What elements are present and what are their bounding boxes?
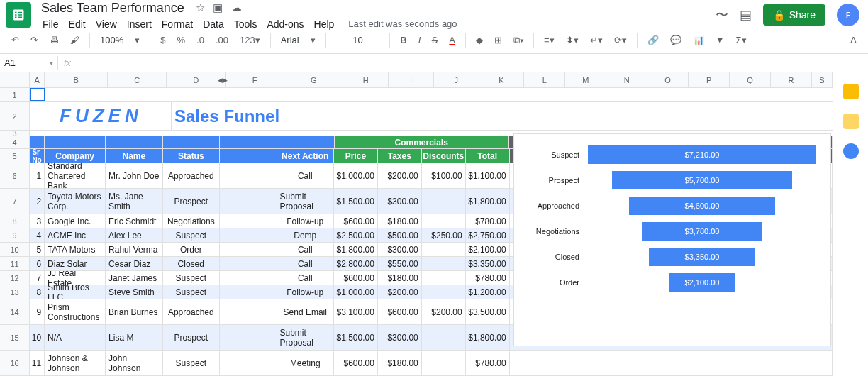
more-formats-button[interactable]: 123▾ <box>235 32 265 48</box>
cell[interactable]: $300.00 <box>378 189 422 214</box>
cell[interactable]: Mr. John Doe <box>106 163 162 188</box>
cell[interactable] <box>422 214 466 228</box>
halign-button[interactable]: ≡▾ <box>540 32 559 48</box>
cell[interactable]: Standard Chartered Bank <box>45 163 106 188</box>
star-icon[interactable]: ☆ <box>196 1 205 13</box>
cell[interactable]: Suspect <box>163 271 220 285</box>
italic-button[interactable]: I <box>414 32 425 48</box>
undo-button[interactable]: ↶ <box>7 32 23 48</box>
dec-increase-button[interactable]: .00 <box>211 32 233 48</box>
cell[interactable]: 6 <box>30 257 45 270</box>
sheets-logo-icon[interactable] <box>6 2 31 28</box>
cell[interactable]: Suspect <box>163 351 220 375</box>
cell[interactable] <box>220 351 277 375</box>
row-header[interactable]: 8 <box>0 214 30 228</box>
col-header[interactable]: S <box>812 72 833 87</box>
cell[interactable]: $600.00 <box>334 214 378 228</box>
spreadsheet-grid[interactable]: A B C D◀▶ F G H I J K L M N O P Q R S <box>0 72 833 391</box>
cell[interactable]: $1,500.00 <box>334 325 378 350</box>
cell[interactable]: 9 <box>30 299 45 324</box>
avatar[interactable]: F <box>837 4 859 26</box>
cell[interactable]: 2 <box>30 189 45 214</box>
cell[interactable]: $1,800.00 <box>466 325 510 350</box>
cell[interactable]: $550.00 <box>378 257 422 270</box>
cell[interactable]: Follow-up <box>277 285 334 299</box>
cell[interactable]: Call <box>277 271 334 285</box>
filter-button[interactable]: ▼ <box>711 32 729 48</box>
cell[interactable]: Demp <box>277 228 334 242</box>
cell[interactable]: Call <box>277 243 334 256</box>
cell[interactable]: $300.00 <box>378 325 422 350</box>
cell[interactable]: Call <box>277 163 334 188</box>
cell[interactable]: 8 <box>30 285 45 299</box>
cell[interactable] <box>422 257 466 270</box>
cell[interactable]: $500.00 <box>378 228 422 242</box>
row-header[interactable]: 4 <box>0 136 30 148</box>
col-header[interactable]: F <box>226 72 284 87</box>
cell[interactable]: Submit Proposal <box>277 325 334 350</box>
cell[interactable]: Suspect <box>163 228 220 242</box>
row-header[interactable]: 10 <box>0 243 30 256</box>
cell[interactable]: $3,350.00 <box>466 257 510 270</box>
row-header[interactable]: 1 <box>0 88 30 101</box>
cell[interactable] <box>220 228 277 242</box>
row-header[interactable]: 2 <box>0 102 30 130</box>
cell[interactable]: $100.00 <box>422 163 466 188</box>
row-header[interactable]: 12 <box>0 271 30 285</box>
cell[interactable]: Eric Schmidt <box>106 214 162 228</box>
cell[interactable]: Smith Bros LLC <box>45 285 106 299</box>
funnel-chart[interactable]: Suspect $7,210.00Prospect $5,700.00Appro… <box>513 133 831 346</box>
col-header[interactable]: R <box>771 72 812 87</box>
cell[interactable]: Approached <box>163 299 220 324</box>
cell[interactable]: $1,000.00 <box>334 163 378 188</box>
doc-title[interactable]: Sales Team Performance <box>38 0 187 17</box>
cell[interactable]: $2,100.00 <box>466 243 510 256</box>
cell[interactable]: Janet James <box>106 271 162 285</box>
redo-button[interactable]: ↷ <box>26 32 43 48</box>
cell[interactable]: JJ Real Estate <box>45 271 106 285</box>
cell[interactable]: $600.00 <box>334 351 378 375</box>
calendar-icon[interactable] <box>843 84 859 99</box>
cell[interactable] <box>422 285 466 299</box>
col-header[interactable]: N <box>606 72 647 87</box>
valign-button[interactable]: ⬍▾ <box>562 32 583 48</box>
trend-icon[interactable]: 〜 <box>716 6 728 23</box>
cell[interactable]: $2,750.00 <box>466 228 510 242</box>
formula-input[interactable] <box>77 54 868 72</box>
cell[interactable]: $180.00 <box>378 271 422 285</box>
col-header[interactable]: Q <box>730 72 771 87</box>
bold-button[interactable]: B <box>396 32 411 48</box>
rotate-button[interactable]: ⟳▾ <box>610 32 631 48</box>
cell[interactable] <box>220 271 277 285</box>
cell[interactable]: $180.00 <box>378 214 422 228</box>
cell[interactable]: Call <box>277 257 334 270</box>
row-header[interactable]: 13 <box>0 285 30 299</box>
cell[interactable]: $3,500.00 <box>466 299 510 324</box>
cell[interactable] <box>510 351 833 375</box>
cell[interactable] <box>220 299 277 324</box>
comment-icon[interactable]: ▤ <box>740 7 752 23</box>
cell[interactable]: Rahul Verma <box>106 243 162 256</box>
col-header[interactable]: I <box>389 72 434 87</box>
cell[interactable]: $1,800.00 <box>334 243 378 256</box>
cell[interactable]: $1,800.00 <box>466 189 510 214</box>
cell[interactable]: TATA Motors <box>45 243 106 256</box>
row-header[interactable]: 15 <box>0 325 30 350</box>
cell[interactable]: Toyota Motors Corp. <box>45 189 106 214</box>
cell[interactable]: Prospect <box>163 325 220 350</box>
dec-decrease-button[interactable]: .0 <box>192 32 208 48</box>
font-size-decrease[interactable]: − <box>332 32 346 48</box>
cell[interactable]: Ms. Jane Smith <box>106 189 162 214</box>
text-color-button[interactable]: A <box>445 32 460 48</box>
cell[interactable]: $2,800.00 <box>334 257 378 270</box>
col-header[interactable]: D◀▶ <box>167 72 226 87</box>
percent-button[interactable]: % <box>172 32 189 48</box>
row-header[interactable]: 9 <box>0 228 30 242</box>
cell[interactable] <box>422 271 466 285</box>
cell[interactable]: $600.00 <box>378 299 422 324</box>
merge-button[interactable]: ⧉▾ <box>509 32 528 49</box>
cell[interactable] <box>220 243 277 256</box>
row-header[interactable]: 3 <box>0 131 30 136</box>
cell[interactable]: Meeting <box>277 351 334 375</box>
col-header[interactable]: H <box>343 72 389 87</box>
